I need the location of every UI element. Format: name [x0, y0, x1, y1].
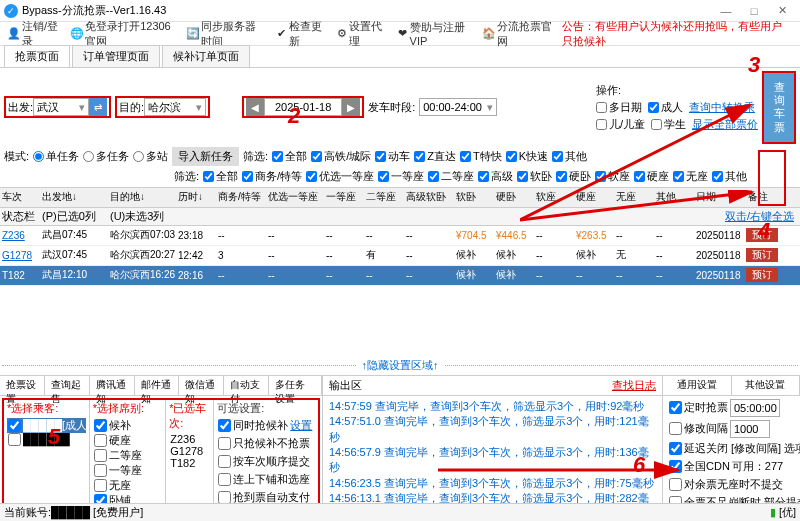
- passenger-item[interactable]: ██████: [7, 433, 86, 446]
- passengers-header: *选择乘客:: [4, 400, 89, 417]
- train-item[interactable]: T182: [169, 457, 210, 469]
- to-input[interactable]: 哈尔滨▾: [144, 98, 206, 116]
- date-input[interactable]: 2025-01-18: [264, 98, 342, 116]
- s-gr[interactable]: 高级: [478, 169, 513, 184]
- to-label: 目的:: [119, 100, 144, 115]
- status-row: 状态栏(P)已选0列(U)未选3列双击/右键全选: [0, 208, 800, 226]
- chk-adult[interactable]: 成人: [648, 100, 683, 115]
- menu-donate[interactable]: ❤赞助与注册VIP: [393, 19, 476, 48]
- gear-icon: ⚙: [337, 28, 347, 40]
- subtab-grab[interactable]: 抢票设置: [0, 376, 45, 395]
- from-input[interactable]: 武汉▾: [33, 98, 89, 116]
- train-item[interactable]: Z236: [169, 433, 210, 445]
- filter-label: 筛选:: [243, 149, 268, 164]
- badge-3: 3: [748, 52, 760, 78]
- seat-item[interactable]: 无座: [93, 478, 162, 493]
- s-ed[interactable]: 二等座: [428, 169, 474, 184]
- subtab-wechat[interactable]: 微信通知: [179, 376, 224, 395]
- link-transfer[interactable]: 查询中转换乘: [689, 100, 755, 115]
- find-log-link[interactable]: 查找日志: [612, 378, 656, 393]
- s-yx[interactable]: 优选一等座: [306, 169, 374, 184]
- f-gd[interactable]: 高铁/城际: [311, 149, 371, 164]
- seat-item[interactable]: 候补: [93, 418, 162, 433]
- tab-grab[interactable]: 抢票页面: [4, 45, 70, 67]
- link-showall[interactable]: 显示全部票价: [692, 117, 758, 132]
- opt-onlywait[interactable]: 只抢候补不抢票: [217, 436, 315, 451]
- chk-student[interactable]: 学生: [651, 117, 686, 132]
- date-prev-button[interactable]: ◀: [246, 98, 264, 116]
- train-item[interactable]: G1278: [169, 445, 210, 457]
- ropt-interval[interactable]: 修改间隔 1000: [668, 420, 795, 438]
- book-button[interactable]: 预订: [746, 248, 778, 262]
- app-logo: ✓: [4, 4, 18, 18]
- seat-item[interactable]: 一等座: [93, 463, 162, 478]
- table-header: 车次出发地↓目的地↓历时↓商务/特等优选一等座一等座二等座高级软卧软卧硬卧软座硬…: [0, 188, 800, 208]
- book-button[interactable]: 预订: [746, 268, 778, 282]
- mode-station[interactable]: 多站: [133, 149, 168, 164]
- swap-button[interactable]: ⇄: [89, 98, 107, 116]
- s-wz[interactable]: 无座: [673, 169, 708, 184]
- seat-item[interactable]: 二等座: [93, 448, 162, 463]
- user-icon: 👤: [8, 28, 20, 40]
- badge-5: 5: [48, 424, 60, 450]
- date-next-button[interactable]: ▶: [342, 98, 360, 116]
- f-k[interactable]: K快速: [506, 149, 548, 164]
- subtab-presale[interactable]: 查询起售: [45, 376, 90, 395]
- chk-child[interactable]: 儿/儿童: [596, 117, 645, 132]
- query-button[interactable]: 查询 车票: [762, 71, 796, 144]
- s-rz[interactable]: 软座: [595, 169, 630, 184]
- s-yw[interactable]: 硬卧: [556, 169, 591, 184]
- table-row[interactable]: T182武昌12:10哈尔滨西16:2628:16----------候补候补-…: [0, 266, 800, 286]
- dropdown-icon: ▾: [487, 101, 493, 114]
- time-select[interactable]: 00:00-24:00▾: [419, 98, 497, 116]
- rtab-general[interactable]: 通用设置: [663, 376, 732, 395]
- f-t[interactable]: T特快: [460, 149, 502, 164]
- s-qt[interactable]: 其他: [712, 169, 747, 184]
- s-yd[interactable]: 一等座: [378, 169, 424, 184]
- ropt-timed[interactable]: 定时抢票 05:00:00: [668, 399, 795, 417]
- tab-orders[interactable]: 订单管理页面: [72, 45, 160, 67]
- f-all[interactable]: 全部: [272, 149, 307, 164]
- tab-waitlist[interactable]: 候补订单页面: [162, 45, 250, 67]
- s-yz[interactable]: 硬座: [634, 169, 669, 184]
- ropt-nostand[interactable]: 对余票无座时不提交: [668, 477, 795, 492]
- table-row[interactable]: Z236武昌07:45哈尔滨西07:0323:18----------¥704.…: [0, 226, 800, 246]
- s-sw[interactable]: 商务/特等: [242, 169, 302, 184]
- mode-multi[interactable]: 多任务: [83, 149, 129, 164]
- opt-bunk[interactable]: 连上下铺和选座: [217, 472, 315, 487]
- table-row[interactable]: G1278武汉07:45哈尔滨西20:2712:423----有--候补候补--…: [0, 246, 800, 266]
- status-net: [优]: [779, 505, 796, 520]
- f-z[interactable]: Z直达: [414, 149, 456, 164]
- menu-official[interactable]: 🏠分流抢票官网: [479, 18, 557, 50]
- menu-update[interactable]: ✔检查更新: [272, 18, 330, 50]
- badge-4: 4: [758, 218, 770, 244]
- window-title: Bypass-分流抢票--Ver1.16.43: [22, 3, 712, 18]
- badge-6: 6: [633, 452, 645, 478]
- menu-proxy[interactable]: ⚙设置代理: [333, 18, 391, 50]
- subtab-mail[interactable]: 邮件通知: [135, 376, 180, 395]
- f-other[interactable]: 其他: [552, 149, 587, 164]
- hide-area-toggle[interactable]: ↑隐藏设置区域↑: [0, 356, 800, 375]
- heart-icon: ❤: [397, 28, 407, 40]
- seat-item[interactable]: 硬座: [93, 433, 162, 448]
- rtab-other[interactable]: 其他设置: [732, 376, 801, 395]
- ops-label: 操作:: [596, 84, 621, 96]
- s-all[interactable]: 全部: [203, 169, 238, 184]
- opt-waitlist[interactable]: 同时抢候补 设置: [217, 418, 315, 433]
- dropdown-icon: ▾: [79, 101, 85, 114]
- f-d[interactable]: 动车: [375, 149, 410, 164]
- opt-order[interactable]: 按车次顺序提交: [217, 454, 315, 469]
- chk-multiday[interactable]: 多日期: [596, 100, 642, 115]
- ropt-delay[interactable]: 延迟关闭 [修改间隔] 选项: [668, 441, 795, 456]
- signal-icon: ▮: [770, 506, 776, 519]
- trains-header: *已选车次:: [166, 400, 213, 432]
- import-button[interactable]: 导入新任务: [172, 147, 239, 166]
- badge-2: 2: [288, 103, 300, 129]
- subtab-multitask[interactable]: 多任务设置: [269, 376, 322, 395]
- passenger-item[interactable]: █████[成人]: [7, 418, 86, 433]
- mode-single[interactable]: 单任务: [33, 149, 79, 164]
- subtab-autopay[interactable]: 自动支付: [224, 376, 269, 395]
- ropt-cdn[interactable]: 全国CDN 可用：277: [668, 459, 795, 474]
- s-rw[interactable]: 软卧: [517, 169, 552, 184]
- subtab-qq[interactable]: 腾讯通知: [90, 376, 135, 395]
